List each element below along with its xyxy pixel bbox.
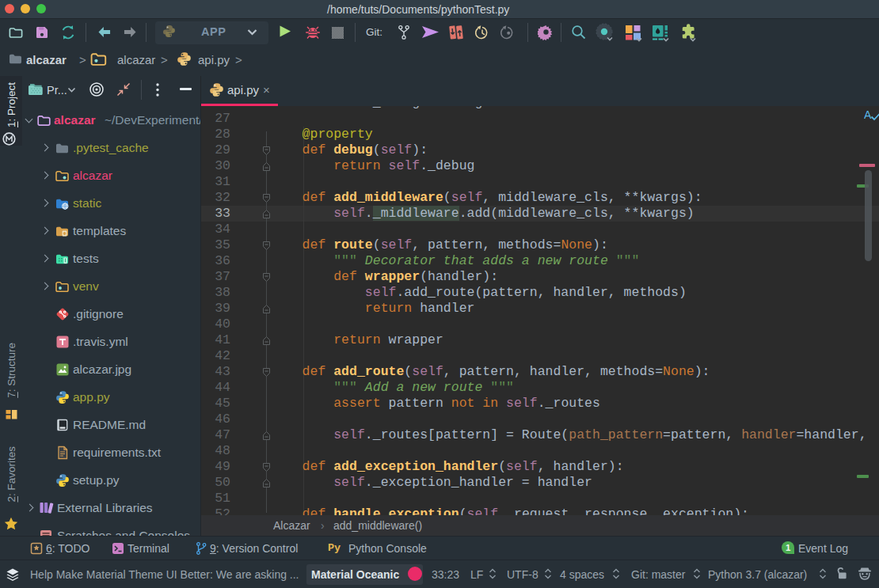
svg-text:A: A — [864, 108, 872, 121]
